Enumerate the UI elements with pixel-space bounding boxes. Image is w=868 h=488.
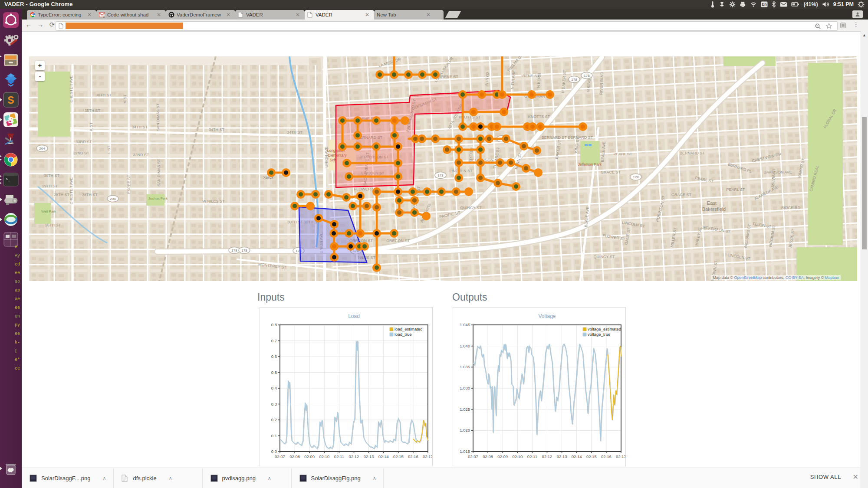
browser-toolbar: ← → ⟳ ⋮ <box>0 20 868 32</box>
ubuntu-dash-icon <box>3 12 19 28</box>
download-caret-icon[interactable]: ∧ <box>169 475 172 481</box>
menu-dots-icon[interactable]: ⋮ <box>853 20 859 28</box>
running-indicator <box>0 56 2 57</box>
terminal-glyph: e* <box>15 356 23 364</box>
files-icon <box>3 52 19 68</box>
tab-typeerror-coercing[interactable]: TypeError: coercing✕ <box>27 10 96 20</box>
y-tick-label: 0.1 <box>271 433 277 438</box>
address-bar[interactable] <box>56 21 838 31</box>
tab-vader[interactable]: VADER✕ <box>305 10 374 20</box>
svg-text:14: 14 <box>103 15 105 18</box>
voltage-chart[interactable]: Voltage02:0702:0802:0902:1002:1102:1202:… <box>453 308 625 466</box>
launcher-item-files[interactable] <box>0 50 22 70</box>
street-label: BERNARD ST <box>680 151 705 155</box>
wifi-icon[interactable] <box>750 1 757 8</box>
terminal-glyph: ee <box>15 330 23 338</box>
tab-close-icon[interactable]: ✕ <box>365 12 369 18</box>
battery-percent: (41%) <box>803 1 818 7</box>
downloads-bar-close-icon[interactable]: ✕ <box>853 473 858 481</box>
load-chart[interactable]: Load02:0702:0802:0902:1002:1102:1202:130… <box>260 308 432 466</box>
session-gear-icon[interactable] <box>858 1 865 8</box>
scrollbar-up-arrow[interactable]: ▲ <box>862 33 866 37</box>
tab-close-icon[interactable]: ✕ <box>296 12 300 18</box>
printer-tray-icon[interactable] <box>740 1 746 8</box>
keyboard-layout-indicator[interactable]: En <box>761 1 768 8</box>
download-item-pvdisagg-png[interactable]: pvdisagg.png∧ <box>203 468 292 488</box>
x-tick-label: 02:12 <box>349 454 359 459</box>
street-label: 28TH ST <box>54 193 70 197</box>
zoom-out-page-icon[interactable] <box>815 23 821 29</box>
settings-tray-icon[interactable] <box>729 1 736 8</box>
svg-text:S: S <box>7 95 14 106</box>
launcher-item-chrome[interactable] <box>0 150 22 170</box>
download-caret-icon[interactable]: ∧ <box>373 475 376 481</box>
profile-button[interactable] <box>852 10 863 18</box>
svg-text:178: 178 <box>571 78 577 82</box>
mapbox-link[interactable]: Mapbox <box>825 275 839 280</box>
launcher-item-printer[interactable] <box>0 190 22 210</box>
tab-close-icon[interactable]: ✕ <box>157 12 161 18</box>
map-zoom-in-button[interactable]: + <box>35 61 45 70</box>
tab-vaderdemoframew[interactable]: VaderDemoFramew✕ <box>166 10 235 20</box>
street-label: 32ND ST <box>133 153 149 157</box>
tab-vader[interactable]: VADER✕ <box>235 10 305 20</box>
battery-icon[interactable] <box>791 1 799 8</box>
download-caret-icon[interactable]: ∧ <box>268 475 271 481</box>
bookmark-star-icon[interactable] <box>826 23 832 29</box>
tab-close-icon[interactable]: ✕ <box>226 12 230 18</box>
launcher-item-dropbox[interactable] <box>0 70 22 90</box>
y-tick-label: 0.5 <box>271 370 277 375</box>
street-label: QUINCY ST <box>460 206 482 210</box>
launcher-item-cisco-anyconnect[interactable] <box>0 210 22 230</box>
y-tick-label: 0.4 <box>271 386 277 390</box>
launcher-item-trash[interactable] <box>0 459 22 479</box>
launcher-item-slack[interactable]: S <box>0 110 22 130</box>
scrollbar-thumb[interactable] <box>862 117 867 249</box>
download-caret-icon[interactable]: ∧ <box>102 475 106 481</box>
street-label: CHESTER AVE <box>69 75 73 102</box>
terminal-glyph: Ay <box>15 252 23 260</box>
place-label: Sch <box>330 158 336 162</box>
license-link[interactable]: CC-BY-SA <box>786 275 804 280</box>
launcher-item-wine[interactable] <box>0 130 22 150</box>
image-file-icon <box>299 475 307 482</box>
running-indicator <box>0 98 2 102</box>
bluetooth-icon[interactable] <box>772 1 776 8</box>
launcher-item-terminal[interactable]: >_ <box>0 170 22 190</box>
new-tab-button[interactable] <box>445 11 461 18</box>
volume-icon[interactable] <box>822 1 829 8</box>
tab-new-tab[interactable]: New Tab✕ <box>374 10 444 20</box>
forward-button[interactable]: → <box>36 21 45 28</box>
y-tick-label: 1.025 <box>460 407 470 412</box>
street-label: 30TH ST <box>44 174 60 178</box>
x-tick-label: 02:12 <box>542 454 552 459</box>
tab-close-icon[interactable]: ✕ <box>426 12 431 18</box>
highway-shield: 178 <box>435 172 446 179</box>
back-button[interactable]: ← <box>24 21 33 28</box>
download-item-SolarDisaggFig-png[interactable]: SolarDisaggFig.png∧ <box>292 468 384 488</box>
page-scrollbar[interactable]: ▲ <box>861 31 868 488</box>
street-label: 28TH ST <box>82 193 98 197</box>
extension-icon[interactable] <box>840 22 846 29</box>
x-tick-label: 02:07 <box>275 454 285 459</box>
launcher-item-ubuntu-dash[interactable] <box>0 10 22 30</box>
mail-icon[interactable] <box>780 1 787 8</box>
launcher-item-sublime-text[interactable]: S <box>0 90 22 110</box>
street-label: RIVER BLVD <box>599 72 604 95</box>
launcher-item-system-settings[interactable] <box>0 30 22 50</box>
map-canvas[interactable]: CHESTER AVECHESTER AVEK STL STM STSAN DI… <box>29 56 857 281</box>
show-all-downloads-button[interactable]: SHOW ALL <box>810 474 841 480</box>
thermometer-icon[interactable] <box>710 1 715 8</box>
street-label: OREGON ST <box>386 239 410 243</box>
download-item-SolarDisaggF-png[interactable]: SolarDisaggF....png∧ <box>22 468 114 488</box>
dropbox-tray-icon[interactable] <box>719 1 725 8</box>
highway-shield: 204 <box>36 145 48 152</box>
download-item-dfs-pickle[interactable]: dfs.pickle∧ <box>114 468 203 488</box>
map-zoom-out-button[interactable]: - <box>35 72 45 81</box>
tab-label: VADER <box>316 12 362 17</box>
osm-link[interactable]: OpenStreetMap <box>734 275 762 280</box>
y-tick-label: 1.020 <box>460 428 470 432</box>
tab-close-icon[interactable]: ✕ <box>87 12 92 18</box>
tab-code-without-shad[interactable]: 14Code without shad✕ <box>96 10 166 20</box>
x-tick-label: 02:10 <box>319 454 329 459</box>
